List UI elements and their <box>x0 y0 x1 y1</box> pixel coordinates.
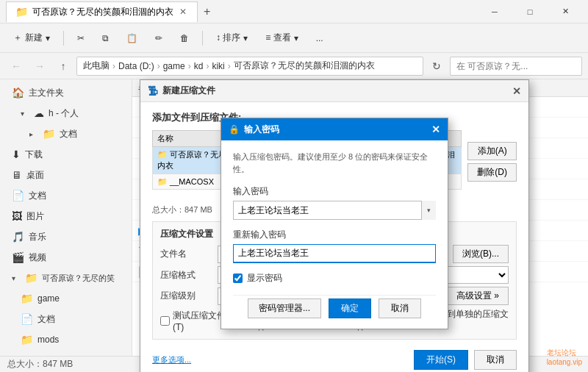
more-icon: ... <box>316 33 323 43</box>
sidebar-item-kaofan[interactable]: ▾ 📁 可否原谅？无尽的笑 <box>0 268 132 288</box>
back-btn[interactable]: ← <box>6 56 26 76</box>
advanced-btn[interactable]: 高级设置 » <box>447 287 509 305</box>
sep1: › <box>112 61 115 71</box>
sidebar-item-pictures[interactable]: 🖼 图片 <box>0 206 132 226</box>
toolbar-sep-1 <box>63 31 64 46</box>
more-btn[interactable]: ... <box>309 26 331 50</box>
paste-btn[interactable]: 📋 <box>119 26 145 50</box>
paste-icon: 📋 <box>126 33 137 43</box>
pwd-show-row[interactable]: 显示密码 <box>233 272 436 285</box>
pwd-ok-btn[interactable]: 确定 <box>329 298 371 318</box>
sidebar-label-h: h - 个人 <box>49 107 126 120</box>
pwd-confirm-input[interactable] <box>233 244 436 263</box>
pwd-dropdown-btn[interactable]: ▾ <box>421 201 436 220</box>
pwd-close-btn[interactable]: ✕ <box>431 124 440 135</box>
expand-icon-kf: ▾ <box>12 274 21 282</box>
sidebar-item-videos[interactable]: 🎬 视频 <box>0 247 132 268</box>
maximize-btn[interactable]: □ <box>513 0 547 24</box>
search-input[interactable] <box>450 57 582 76</box>
new-dropdown-icon: ▾ <box>46 33 50 43</box>
pwd-description: 输入压缩包密码。建议使用至少 8 位的密码来保证安全性。 <box>233 151 436 175</box>
delete-btn[interactable]: 🗑 <box>173 26 196 50</box>
minimize-btn[interactable]: ─ <box>478 0 512 24</box>
more-options-link[interactable]: 更多选项... <box>152 354 191 365</box>
close-btn[interactable]: ✕ <box>548 0 582 24</box>
up-btn[interactable]: ↑ <box>53 56 74 76</box>
pwd-input-label: 输入密码 <box>233 185 436 198</box>
delete-icon: 🗑 <box>180 33 189 43</box>
new-btn[interactable]: ＋ 新建 ▾ <box>6 26 57 50</box>
cancel-archive-btn[interactable]: 取消 <box>474 350 517 370</box>
breadcrumb-kd: kd <box>194 61 204 71</box>
title-tab[interactable]: 📁 可否原谅？无尽的笑颜和泪涸的内衣 ✕ <box>6 1 198 22</box>
sidebar-item-documents2[interactable]: 📄 文档 <box>0 185 132 206</box>
cut-btn[interactable]: ✂ <box>70 26 92 50</box>
expand-icon-docs: ▸ <box>29 130 38 138</box>
breadcrumb[interactable]: 此电脑 › Data (D:) › game › kd › kiki › 可否原… <box>76 57 423 76</box>
copy-icon: ⧉ <box>102 33 109 43</box>
sort-btn[interactable]: ↕ 排序 ▾ <box>209 26 255 50</box>
pwd-show-checkbox[interactable] <box>233 273 243 283</box>
address-bar: ← → ↑ 此电脑 › Data (D:) › game › kd › kiki… <box>0 53 588 79</box>
sidebar-item-docs[interactable]: ▸ 📁 文档 <box>0 124 132 144</box>
new-icon: ＋ <box>13 32 22 44</box>
sidebar-item-desktop[interactable]: 🖥 桌面 <box>0 165 132 185</box>
start-btn[interactable]: 开始(S) <box>414 350 468 370</box>
pwd-footer: 密码管理器... 确定 取消 <box>233 295 436 318</box>
sidebar-label-videos: 视频 <box>29 251 126 264</box>
sidebar-item-h-personal[interactable]: ▾ ☁ h - 个人 <box>0 103 132 124</box>
sep3: › <box>188 61 191 71</box>
sidebar-label-mods: mods <box>37 335 126 345</box>
sidebar-item-docs3[interactable]: 📄 文档 <box>0 309 132 329</box>
delete-btn[interactable]: 删除(D) <box>467 163 517 182</box>
pwd-body: 输入压缩包密码。建议使用至少 8 位的密码来保证安全性。 输入密码 ▾ 重新输入… <box>221 140 448 329</box>
sidebar-item-music[interactable]: 🎵 音乐 <box>0 226 132 247</box>
sep2: › <box>157 61 160 71</box>
sidebar-item-this-pc[interactable]: ▾ 💻 此电脑 <box>0 353 132 356</box>
view-btn[interactable]: ≡ 查看 ▾ <box>258 26 305 50</box>
title-bar: 📁 可否原谅？无尽的笑颜和泪涸的内衣 ✕ + ─ □ ✕ <box>0 0 588 24</box>
cloud-icon: ☁ <box>34 107 44 119</box>
folder-icon-game: 📁 <box>21 293 33 304</box>
tab-close-btn[interactable]: ✕ <box>178 5 188 18</box>
sidebar-item-mods[interactable]: 📁 mods <box>0 329 132 350</box>
sidebar-item-main-folder[interactable]: 🏠 主文件夹 <box>0 82 132 103</box>
breadcrumb-pc: 此电脑 <box>83 60 110 72</box>
toolbar: ＋ 新建 ▾ ✂ ⧉ 📋 ✏ 🗑 ↕ 排序 ▾ ≡ 查看 ▾ ... <box>0 24 588 53</box>
pwd-confirm-label: 重新输入密码 <box>233 229 436 241</box>
sep4: › <box>206 61 209 71</box>
password-dialog: 🔒 输入密码 ✕ 输入压缩包密码。建议使用至少 8 位的密码来保证安全性。 输入… <box>220 118 448 329</box>
archive-dialog-title-bar: 🗜 新建压缩文件 ✕ <box>140 80 528 102</box>
window-controls: ─ □ ✕ <box>478 0 582 24</box>
doc-icon: 📄 <box>12 190 24 201</box>
sep5: › <box>228 61 231 71</box>
table-action-btns: 添加(A) 删除(D) <box>467 142 517 182</box>
cut-icon: ✂ <box>77 33 85 43</box>
pwd-cancel-btn[interactable]: 取消 <box>379 298 421 318</box>
add-btn[interactable]: 添加(A) <box>467 142 517 160</box>
sidebar-label-docs3: 文档 <box>37 313 126 326</box>
sidebar-item-downloads[interactable]: ⬇ 下载 <box>0 144 132 165</box>
browse-btn[interactable]: 浏览(B)... <box>453 245 509 263</box>
desktop-icon: 🖥 <box>12 169 22 181</box>
filename-label: 文件名 <box>160 248 212 260</box>
test-checkbox[interactable] <box>160 316 170 326</box>
forward-btn[interactable]: → <box>29 56 50 76</box>
new-tab-btn[interactable]: + <box>198 2 216 21</box>
pwd-manager-btn[interactable]: 密码管理器... <box>248 298 321 318</box>
rename-icon: ✏ <box>155 33 162 43</box>
refresh-btn[interactable]: ↻ <box>426 56 447 76</box>
level-label: 压缩级别 <box>160 290 212 302</box>
copy-btn[interactable]: ⧉ <box>95 26 116 50</box>
sort-arrow: ▾ <box>243 33 248 43</box>
view-arrow: ▾ <box>294 33 298 43</box>
rename-btn[interactable]: ✏ <box>148 26 170 50</box>
sidebar-item-game[interactable]: 📁 game <box>0 288 132 309</box>
archive-dialog-close-btn[interactable]: ✕ <box>512 85 521 97</box>
folder-icon-mods: 📁 <box>21 334 33 346</box>
video-icon: 🎬 <box>12 251 24 263</box>
download-icon: ⬇ <box>12 149 21 160</box>
pwd-input[interactable] <box>233 201 436 220</box>
folder-icon-kf: 📁 <box>25 272 37 284</box>
pwd-show-label: 显示密码 <box>247 272 282 285</box>
